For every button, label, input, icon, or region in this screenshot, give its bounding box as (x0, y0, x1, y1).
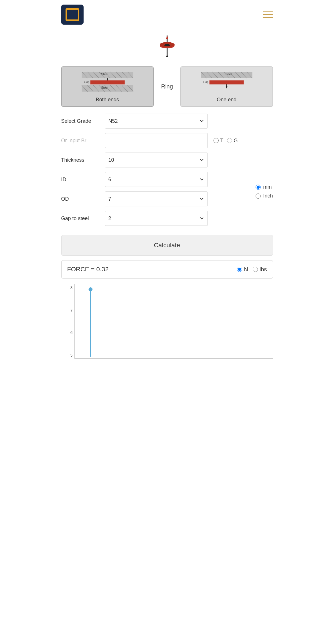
br-input[interactable] (105, 133, 208, 148)
y-label-8: 8 (64, 285, 73, 290)
br-label: Or Input Br (61, 138, 101, 144)
chart-y-axis: 8 7 6 5 (64, 284, 73, 359)
chart-section: 8 7 6 5 (64, 284, 273, 359)
y-label-5: 5 (64, 353, 73, 357)
br-unit-t-text: T (220, 138, 224, 144)
svg-text:Gap: Gap (203, 80, 209, 84)
one-end-label: One end (184, 97, 269, 103)
unit-radio-column: mm Inch (250, 172, 273, 211)
magnet-diagram-icon (156, 35, 179, 61)
svg-marker-21 (106, 78, 108, 80)
svg-rect-45 (210, 80, 244, 84)
br-unit-group: T G (214, 138, 238, 144)
id-select[interactable]: 1234 5678 910121520 (105, 172, 208, 187)
both-ends-label: Both ends (65, 97, 150, 103)
both-ends-diagram: Steel Gap Steel (65, 70, 150, 93)
mode-card-one-end[interactable]: Steel Gap One end (180, 66, 273, 107)
y-label-6: 6 (64, 330, 73, 335)
force-result: FORCE = 0.32 (67, 266, 109, 273)
svg-point-4 (164, 44, 170, 46)
thickness-label: Thickness (61, 157, 101, 163)
one-end-diagram: Steel Gap (184, 70, 269, 93)
gap-select[interactable]: 0123 4567 8910 (105, 211, 208, 226)
mode-cards-container: Steel Gap Steel (61, 66, 273, 107)
logo-inner-square (66, 8, 79, 21)
result-unit-n-radio[interactable] (237, 267, 242, 272)
od-row: OD 1234 5678 910121520 (61, 191, 250, 206)
od-select[interactable]: 1234 5678 910121520 (105, 191, 208, 206)
svg-marker-1 (166, 35, 168, 39)
result-units-group: N lbs (237, 266, 267, 273)
id-od-gap-section: ID 1234 5678 910121520 OD 1234 5678 9101… (61, 172, 273, 211)
unit-mm-radio[interactable] (256, 185, 261, 190)
calculator-form: Select Grade N35 N38 N40 N42 N45 N48 N50… (61, 114, 273, 226)
calculate-button[interactable]: Calculate (61, 235, 273, 256)
svg-rect-19 (90, 80, 124, 84)
svg-marker-47 (226, 86, 228, 88)
mode-card-both-ends[interactable]: Steel Gap Steel (61, 66, 154, 107)
gap-row: Gap to steel 0123 4567 8910 (61, 211, 273, 226)
ring-mode-label: Ring (158, 83, 176, 90)
br-unit-t-label[interactable]: T (214, 138, 224, 144)
unit-radio-group: mm Inch (256, 184, 273, 199)
app-logo (61, 5, 84, 25)
chart-wrapper: 8 7 6 5 (64, 284, 273, 359)
br-unit-g-label[interactable]: G (227, 138, 238, 144)
result-unit-lbs-radio[interactable] (253, 267, 258, 272)
result-unit-lbs-text: lbs (260, 266, 267, 273)
result-unit-lbs-label[interactable]: lbs (253, 266, 267, 273)
id-od-fields: ID 1234 5678 910121520 OD 1234 5678 9101… (61, 172, 250, 211)
thickness-row: Thickness 1234 5678 91012 1520 (61, 153, 273, 167)
id-label: ID (61, 177, 101, 183)
svg-point-6 (166, 56, 168, 57)
hamburger-line-3 (263, 17, 273, 18)
magnet-icon-container (61, 29, 273, 64)
svg-point-49 (88, 287, 92, 291)
result-unit-n-text: N (244, 266, 248, 273)
result-unit-n-label[interactable]: N (237, 266, 248, 273)
header (61, 0, 273, 29)
unit-inch-text: Inch (263, 193, 273, 199)
br-unit-g-radio[interactable] (227, 138, 232, 143)
hamburger-line-2 (263, 14, 273, 15)
grade-row: Select Grade N35 N38 N40 N42 N45 N48 N50… (61, 114, 273, 129)
br-unit-t-radio[interactable] (214, 138, 219, 143)
unit-mm-label[interactable]: mm (256, 184, 273, 190)
hamburger-menu[interactable] (263, 11, 273, 18)
od-label: OD (61, 196, 101, 202)
y-label-7: 7 (64, 308, 73, 313)
chart-svg (75, 284, 273, 358)
br-row: Or Input Br T G (61, 133, 273, 148)
result-box: FORCE = 0.32 N lbs (61, 260, 273, 278)
thickness-select[interactable]: 1234 5678 91012 1520 (105, 153, 208, 167)
unit-inch-radio[interactable] (256, 193, 261, 199)
unit-inch-label[interactable]: Inch (256, 193, 273, 199)
gap-label: Gap to steel (61, 216, 101, 222)
grade-select[interactable]: N35 N38 N40 N42 N45 N48 N50 N52 (105, 114, 208, 129)
hamburger-line-1 (263, 11, 273, 12)
chart-area (74, 284, 273, 359)
unit-mm-text: mm (263, 184, 272, 190)
br-unit-g-text: G (234, 138, 238, 144)
grade-label: Select Grade (61, 118, 101, 124)
svg-text:Gap: Gap (84, 80, 89, 84)
id-row: ID 1234 5678 910121520 (61, 172, 250, 187)
